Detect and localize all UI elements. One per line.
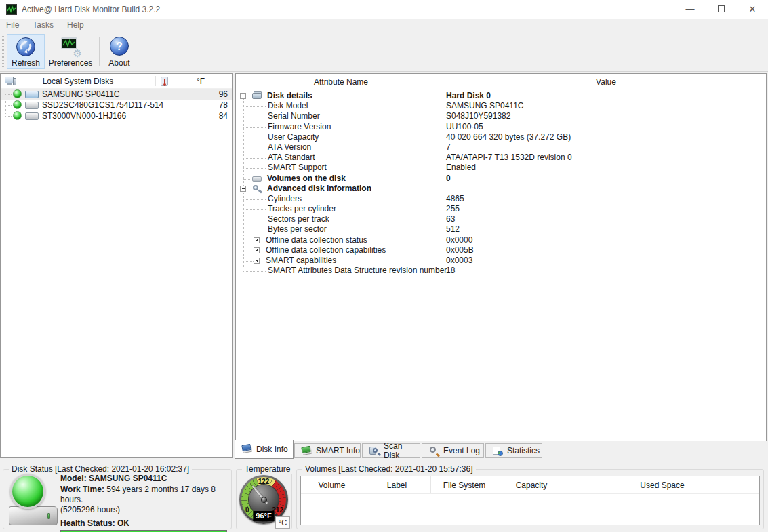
disk-list-title: Local System Disks — [1, 74, 155, 89]
attr-row[interactable]: ATA Version 7 — [236, 142, 766, 152]
attribute-tree: Disk details Hard Disk 0 Disk Model SAMS… — [236, 91, 766, 276]
minimize-button[interactable]: — — [674, 0, 706, 19]
toolbar: Refresh ⚙ Preferences ? About — [0, 32, 768, 72]
window-title: Active@ Hard Disk Monitor Build 3.2.2 — [22, 5, 160, 14]
event-log-icon — [428, 446, 439, 456]
attr-row-expandable[interactable]: Offline data collection capabilities 0x0… — [236, 245, 766, 255]
attributes-header[interactable]: Attribute Name Value — [236, 74, 766, 90]
attr-row-disk-details[interactable]: Disk details Hard Disk 0 — [236, 91, 766, 101]
column-divider[interactable] — [155, 76, 156, 86]
preferences-label: Preferences — [49, 58, 93, 68]
smart-info-icon — [301, 446, 312, 456]
tab-strip: Disk Info SMART Info Scan Disk Event Log… — [235, 441, 768, 459]
maximize-button[interactable] — [706, 0, 737, 19]
disk-row-ssd[interactable]: SSD2SC480G1CS1754D117-514 78 — [1, 100, 232, 110]
refresh-button[interactable]: Refresh — [7, 34, 45, 69]
attribute-name-column[interactable]: Attribute Name — [236, 74, 446, 90]
status-bar-area: Disk Status [Last Checked: 2021-01-20 16… — [0, 459, 768, 532]
tab-disk-info[interactable]: Disk Info — [235, 440, 294, 459]
collapse-expander-icon[interactable] — [240, 93, 246, 99]
menu-bar: File Tasks Help — [0, 19, 768, 32]
attr-row[interactable]: Cylinders 4865 — [236, 194, 766, 204]
tab-smart-info[interactable]: SMART Info — [294, 443, 361, 458]
attr-row-expandable[interactable]: SMART capabilities 0x0003 — [236, 255, 766, 266]
about-button[interactable]: ? About — [103, 34, 136, 69]
value-column[interactable]: Value — [446, 74, 766, 90]
attr-row[interactable]: ATA Standart ATA/ATAPI-7 T13 1532D revis… — [236, 152, 766, 163]
expand-expander-icon[interactable] — [254, 247, 260, 253]
attr-row[interactable]: Serial Number S048J10Y591382 — [236, 111, 766, 121]
attr-row[interactable]: SMART Support Enabled — [236, 163, 766, 173]
volumes-group: Volumes [Last Checked: 2021-01-20 15:57:… — [296, 469, 764, 529]
disk-status-group: Disk Status [Last Checked: 2021-01-20 16… — [3, 469, 232, 529]
tab-event-log[interactable]: Event Log — [422, 443, 484, 458]
disk-name: SAMSUNG SP0411C — [42, 89, 120, 100]
hard-disk-icon — [25, 112, 39, 120]
gauge-hub — [261, 497, 267, 503]
attr-row-volumes[interactable]: Volumes on the disk 0 — [236, 173, 766, 184]
disk-list-header[interactable]: Local System Disks °F — [1, 74, 232, 89]
attr-row[interactable]: Disk Model SAMSUNG SP0411C — [236, 101, 766, 111]
title-bar: Active@ Hard Disk Monitor Build 3.2.2 — … — [0, 0, 768, 19]
disk-status-ok-icon — [13, 100, 22, 109]
attr-row[interactable]: User Capacity 40 020 664 320 bytes (37.2… — [236, 132, 766, 142]
menu-tasks[interactable]: Tasks — [26, 19, 60, 32]
disk-row-samsung[interactable]: SAMSUNG SP0411C 96 — [1, 89, 232, 100]
expand-expander-icon[interactable] — [254, 237, 260, 243]
attr-row[interactable]: Tracks per cylinder 255 — [236, 204, 766, 214]
attr-row[interactable]: Bytes per sector 512 — [236, 224, 766, 234]
column-file-system[interactable]: File System — [431, 476, 498, 493]
work-time-line: Work Time: 594 years 2 months 17 days 8 … — [60, 485, 227, 505]
hard-disk-icon — [25, 91, 39, 98]
work-time-hours: (5205296 hours) — [60, 505, 227, 515]
about-label: About — [108, 58, 129, 68]
disk-status-ok-icon — [13, 111, 22, 120]
attr-row[interactable]: Firmware Version UU100-05 — [236, 122, 766, 132]
disk-row-seagate[interactable]: ST3000VN000-1HJ166 84 — [1, 110, 232, 121]
advanced-info-icon — [251, 184, 263, 193]
preferences-icon: ⚙ — [60, 37, 81, 57]
disk-name: SSD2SC480G1CS1754D117-514 — [42, 100, 163, 110]
menu-help[interactable]: Help — [60, 19, 91, 32]
refresh-icon — [15, 37, 37, 57]
disk-temp: 78 — [219, 100, 228, 110]
temperature-group: Temperature 0 122 212 96°F °C — [236, 469, 292, 529]
disk-health-icon — [7, 474, 60, 527]
disk-status-ok-icon — [13, 89, 22, 98]
column-capacity[interactable]: Capacity — [498, 476, 565, 493]
preferences-button[interactable]: ⚙ Preferences — [46, 34, 95, 69]
attr-row[interactable]: Sectors per track 63 — [236, 214, 766, 224]
volumes-table: Volume Label File System Capacity Used S… — [300, 476, 760, 525]
local-disks-panel: Local System Disks °F SAMSUNG SP0411C 96… — [0, 73, 233, 458]
tab-statistics[interactable]: Statistics — [485, 443, 542, 458]
attr-row-advanced[interactable]: Advanced disk information — [236, 184, 766, 194]
column-divider[interactable] — [445, 76, 445, 88]
refresh-label: Refresh — [12, 58, 40, 68]
disk-details-icon — [251, 91, 263, 100]
tab-scan-disk[interactable]: Scan Disk — [362, 443, 420, 458]
menu-file[interactable]: File — [0, 19, 26, 32]
disk-temp: 96 — [219, 89, 228, 100]
close-button[interactable]: ✕ — [737, 0, 768, 19]
toolbar-separator — [99, 37, 100, 66]
disk-list: SAMSUNG SP0411C 96 SSD2SC480G1CS1754D117… — [1, 89, 232, 121]
app-window: Active@ Hard Disk Monitor Build 3.2.2 — … — [0, 0, 768, 532]
expand-expander-icon[interactable] — [254, 258, 260, 264]
temperature-reading: 96°F — [253, 511, 274, 521]
column-used-space[interactable]: Used Space — [565, 476, 759, 493]
celsius-toggle-button[interactable]: °C — [275, 516, 290, 529]
attr-row[interactable]: SMART Attributes Data Structure revision… — [236, 266, 766, 276]
collapse-expander-icon[interactable] — [240, 186, 246, 192]
disk-temp: 84 — [219, 110, 228, 121]
scan-disk-icon — [369, 446, 380, 456]
hard-disk-icon — [25, 102, 39, 109]
about-icon: ? — [108, 37, 130, 57]
column-volume[interactable]: Volume — [301, 476, 363, 493]
attr-row-expandable[interactable]: Offline data collection status 0x0000 — [236, 235, 766, 245]
column-label[interactable]: Label — [363, 476, 431, 493]
volumes-legend: Volumes [Last Checked: 2021-01-20 15:57:… — [302, 464, 476, 474]
disk-model-line: Model: SAMSUNG SP0411C — [60, 474, 227, 484]
toolbar-gripper[interactable] — [2, 36, 4, 67]
attributes-panel: Attribute Name Value Disk details Hard D… — [235, 73, 767, 441]
disk-status-legend: Disk Status [Last Checked: 2021-01-20 16… — [9, 464, 192, 474]
